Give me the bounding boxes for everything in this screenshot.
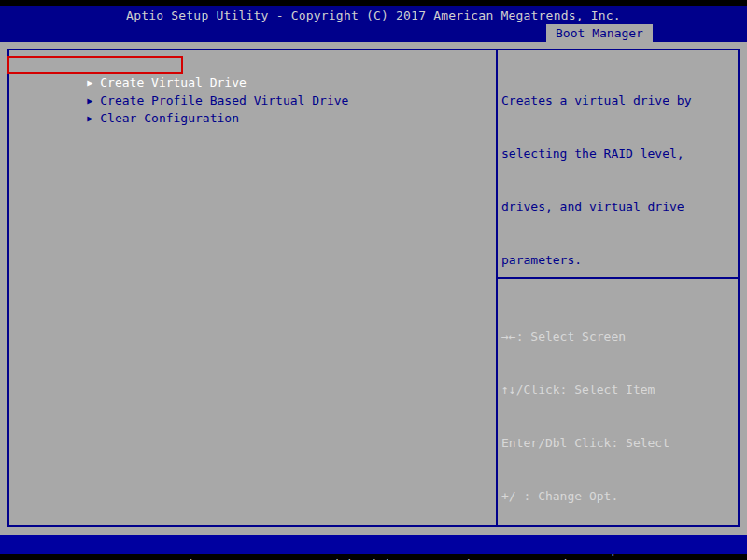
key-hint: ↑↓/Click: Select Item [501,381,669,399]
app-title: Aptio Setup Utility - Copyright (C) 2017… [0,8,747,22]
help-text-line: Creates a virtual drive by [501,91,692,109]
help-panel: Creates a virtual drive by selecting the… [498,50,738,525]
header-bar: Aptio Setup Utility - Copyright (C) 2017… [0,6,747,42]
key-hint: +/-: Change Opt. [501,487,669,505]
footer-bar: Version 2.18.1264. Copyright (C) 2017 Am… [0,535,747,554]
key-hint: →←: Select Screen [501,328,669,345]
tab-boot-manager[interactable]: Boot Manager [546,24,653,42]
help-panel-divider [498,277,738,279]
help-text-line: selecting the RAID level, [501,145,692,162]
key-hints-legend: →←: Select Screen ↑↓/Click: Select Item … [501,292,669,560]
main-area: ▶Create Virtual Drive ▶Create Profile Ba… [0,42,747,535]
menu-panel: ▶Create Virtual Drive ▶Create Profile Ba… [9,50,496,109]
help-text: Creates a virtual drive by selecting the… [501,56,692,304]
help-text-line: parameters. [501,251,692,269]
menu-item-create-profile-based-virtual-drive[interactable]: ▶Create Profile Based Virtual Drive [9,74,496,91]
panels-frame: ▶Create Virtual Drive ▶Create Profile Ba… [7,49,740,527]
submenu-arrow-icon: ▶ [87,109,100,127]
key-hint: Enter/Dbl Click: Select [501,434,669,452]
menu-item-clear-configuration[interactable]: ▶Clear Configuration [9,91,496,109]
menu-item-create-virtual-drive[interactable]: ▶Create Virtual Drive [9,56,496,74]
help-text-line: drives, and virtual drive [501,198,692,216]
selection-box [7,56,183,74]
bios-setup-screen: Aptio Setup Utility - Copyright (C) 2017… [0,0,747,560]
menu-item-label: Clear Configuration [100,111,239,125]
